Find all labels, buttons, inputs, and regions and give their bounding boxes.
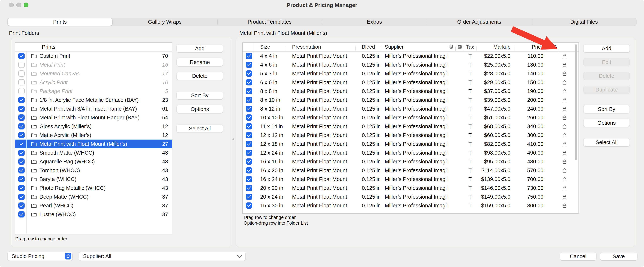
folder-checkbox[interactable] — [18, 114, 24, 121]
folder-row-package-print[interactable]: Package Print5 — [15, 87, 172, 96]
folder-checkbox[interactable] — [18, 185, 24, 191]
product-checkbox[interactable] — [246, 141, 252, 147]
folder-checkbox[interactable] — [18, 176, 24, 182]
save-button[interactable]: Save — [600, 252, 637, 261]
product-checkbox[interactable] — [246, 114, 252, 121]
col-header-size[interactable]: Size — [254, 44, 286, 50]
products-sort-by-button[interactable]: Sort By — [584, 105, 630, 113]
folder-row-baryta-whcc[interactable]: Baryta (WHCC)43 — [15, 175, 172, 184]
col-header-supplier[interactable]: Supplier — [380, 44, 447, 50]
product-row-10-x-10-in[interactable]: 10 x 10 inMetal Print Float Mount0.125 i… — [242, 113, 578, 122]
folder-row-gloss-acrylic-miller-s[interactable]: Gloss Acrylic (Miller’s)12 — [15, 122, 172, 131]
product-row-16-x-24-in[interactable]: 16 x 24 inMetal Print Float Mount0.125 i… — [242, 175, 578, 184]
pricing-select[interactable]: Studio Pricing — [7, 252, 73, 261]
col-header-bleed[interactable]: Bleed — [356, 44, 380, 50]
tab-prints[interactable]: Prints — [8, 18, 112, 26]
folder-row-metal-print[interactable]: Metal Print16 — [15, 60, 172, 69]
col-header-tax[interactable]: Tax — [464, 44, 476, 50]
product-checkbox[interactable] — [246, 53, 252, 59]
folder-row-torchon-whcc[interactable]: Torchon (WHCC)43 — [15, 166, 172, 175]
splitter-handle[interactable] — [232, 138, 234, 140]
product-row-20-x-24-in[interactable]: 20 x 24 inMetal Print Float Mount0.125 i… — [242, 192, 578, 201]
product-row-11-x-14-in[interactable]: 11 x 14 inMetal Print Float Mount0.125 i… — [242, 122, 578, 131]
folder-row-custom-print[interactable]: Custom Print70 — [15, 51, 172, 60]
product-checkbox[interactable] — [246, 167, 252, 174]
folder-checkbox[interactable] — [18, 194, 24, 200]
products-add-button[interactable]: Add — [584, 44, 630, 52]
folder-row-lustre-whcc[interactable]: Lustre (WHCC)37 — [15, 210, 172, 219]
folder-checkbox[interactable] — [18, 123, 24, 129]
product-checkbox[interactable] — [246, 203, 252, 209]
folder-row-acrylic-print[interactable]: Acrylic Print10 — [15, 78, 172, 87]
supplier-select[interactable]: Supplier: All — [79, 252, 246, 261]
cancel-button[interactable]: Cancel — [560, 252, 596, 261]
folder-row-mounted-canvas[interactable]: Mounted Canvas17 — [15, 69, 172, 78]
col-header-presentation[interactable]: Presentation — [286, 44, 356, 50]
product-checkbox[interactable] — [246, 194, 252, 200]
cell-supplier: Miller’s Professional Imaging — [380, 79, 447, 85]
product-row-12-x-18-in[interactable]: 12 x 18 inMetal Print Float Mount0.125 i… — [242, 140, 578, 148]
product-row-8-x-10-in[interactable]: 8 x 10 inMetal Print Float Mount0.125 in… — [242, 96, 578, 104]
folder-checkbox[interactable] — [18, 97, 24, 103]
folder-row-pearl-whcc[interactable]: Pearl (WHCC)37 — [15, 201, 172, 210]
product-row-16-x-20-in[interactable]: 16 x 20 inMetal Print Float Mount0.125 i… — [242, 166, 578, 175]
folder-checkbox[interactable] — [18, 106, 24, 112]
folders-delete-button[interactable]: Delete — [177, 72, 223, 80]
product-row-8-x-8-in[interactable]: 8 x 8 inMetal Print Float Mount0.125 inM… — [242, 87, 578, 96]
product-checkbox[interactable] — [246, 97, 252, 103]
folders-rename-button[interactable]: Rename — [177, 58, 223, 66]
folder-checkbox[interactable] — [18, 203, 24, 209]
tab-gallery-wraps[interactable]: Gallery Wraps — [112, 18, 217, 26]
folder-checkbox[interactable] — [18, 141, 24, 147]
product-row-12-x-12-in[interactable]: 12 x 12 inMetal Print Float Mount0.125 i… — [242, 131, 578, 140]
folder-row-deep-matte-whcc[interactable]: Deep Matte (WHCC)37 — [15, 192, 172, 201]
products-select-all-button[interactable]: Select All — [584, 138, 630, 146]
tab-product-templates[interactable]: Product Templates — [217, 18, 322, 26]
product-row-6-x-6-in[interactable]: 6 x 6 inMetal Print Float Mount0.125 inM… — [242, 78, 578, 87]
product-checkbox[interactable] — [246, 176, 252, 182]
product-checkbox[interactable] — [246, 79, 252, 85]
folder-checkbox[interactable] — [18, 79, 24, 85]
tab-extras[interactable]: Extras — [322, 18, 427, 26]
folder-row-photo-rag-metallic-whcc[interactable]: Photo Rag Metallic (WHCC)43 — [15, 184, 172, 192]
folders-options-button[interactable]: Options — [177, 105, 223, 113]
product-checkbox[interactable] — [246, 70, 252, 77]
table-scrollbar-thumb[interactable] — [575, 44, 577, 160]
product-checkbox[interactable] — [246, 150, 252, 156]
product-row-4-x-6-in[interactable]: 4 x 6 inMetal Print Float Mount0.125 inM… — [242, 60, 578, 69]
folder-row-metal-print-with-float-mount-miller-s[interactable]: Metal Print with Float Mount (Miller’s)2… — [15, 140, 172, 148]
folder-row-matte-acrylic-miller-s[interactable]: Matte Acrylic (Miller’s)12 — [15, 131, 172, 140]
folders-select-all-button[interactable]: Select All — [177, 125, 223, 133]
product-row-8-x-12-in[interactable]: 8 x 12 inMetal Print Float Mount0.125 in… — [242, 104, 578, 113]
folder-checkbox[interactable] — [18, 53, 24, 59]
folders-add-button[interactable]: Add — [177, 44, 223, 52]
product-row-20-x-20-in[interactable]: 20 x 20 inMetal Print Float Mount0.125 i… — [242, 184, 578, 192]
folder-row-aquarelle-rag-whcc[interactable]: Aquarelle Rag (WHCC)43 — [15, 157, 172, 166]
product-row-15-x-30-in[interactable]: 15 x 30 inMetal Print Float Mount0.125 i… — [242, 201, 578, 210]
folder-checkbox[interactable] — [18, 150, 24, 156]
product-checkbox[interactable] — [246, 62, 252, 68]
folder-row-metal-print-with-3-4-in-inset-frame-bay[interactable]: Metal Print with 3/4 in. Inset Frame (BA… — [15, 104, 172, 113]
folder-checkbox[interactable] — [18, 211, 24, 218]
product-row-5-x-7-in[interactable]: 5 x 7 inMetal Print Float Mount0.125 inM… — [242, 69, 578, 78]
folder-checkbox[interactable] — [18, 132, 24, 138]
folder-checkbox[interactable] — [18, 158, 24, 165]
product-row-12-x-24-in[interactable]: 12 x 24 inMetal Print Float Mount0.125 i… — [242, 148, 578, 157]
product-checkbox[interactable] — [246, 106, 252, 112]
folders-sort-by-button[interactable]: Sort By — [177, 91, 223, 99]
product-checkbox[interactable] — [246, 132, 252, 138]
product-checkbox[interactable] — [246, 158, 252, 165]
folder-checkbox[interactable] — [18, 70, 24, 77]
folder-row-metal-print-with-float-mount-hanger-bay[interactable]: Metal Print with Float Mount Hanger (BAY… — [15, 113, 172, 122]
folder-checkbox[interactable] — [18, 62, 24, 68]
products-options-button[interactable]: Options — [584, 119, 630, 127]
folder-checkbox[interactable] — [18, 167, 24, 174]
cell-markup: $25.00x5.0 — [476, 62, 515, 68]
folder-row-smooth-matte-whcc[interactable]: Smooth Matte (WHCC)43 — [15, 148, 172, 157]
product-checkbox[interactable] — [246, 88, 252, 94]
folder-row-1-8-in-acrylic-face-metallic-surface-bay[interactable]: 1/8 in. Acrylic Face Metallic Surface (B… — [15, 96, 172, 104]
product-row-16-x-16-in[interactable]: 16 x 16 inMetal Print Float Mount0.125 i… — [242, 157, 578, 166]
product-checkbox[interactable] — [246, 185, 252, 191]
folder-checkbox[interactable] — [18, 88, 24, 94]
product-checkbox[interactable] — [246, 123, 252, 129]
